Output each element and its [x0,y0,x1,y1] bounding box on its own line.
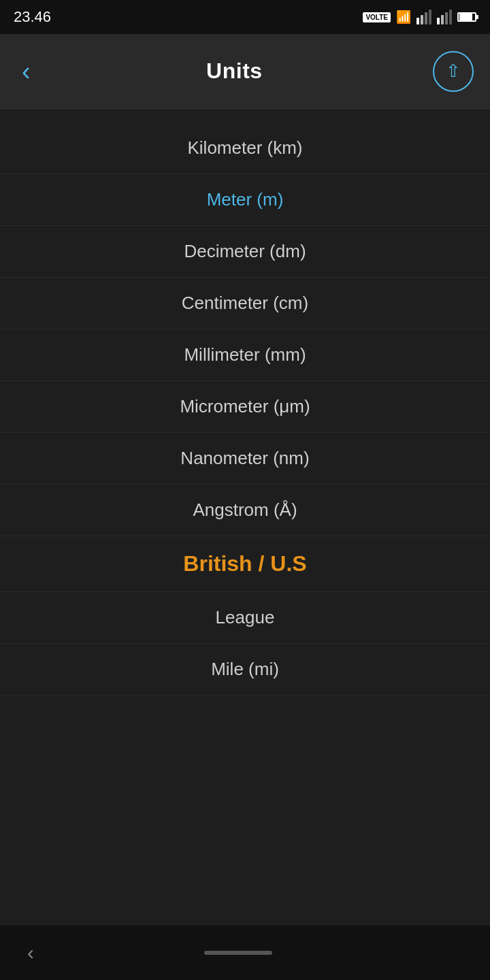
unit-label-decimeter: Decimeter (dm) [184,241,306,262]
wifi-icon: 📶 [396,10,411,24]
unit-item-centimeter[interactable]: Centimeter (cm) [0,278,490,329]
unit-label-kilometer: Kilometer (km) [187,137,302,159]
unit-label-mile: Mile (mi) [211,659,279,680]
unit-item-kilometer[interactable]: Kilometer (km) [0,122,490,174]
battery-icon [457,12,476,22]
unit-item-league[interactable]: League [0,592,490,644]
unit-label-british-us: British / U.S [183,551,306,576]
back-icon: ‹ [22,57,31,86]
svg-rect-2 [425,12,427,24]
signal-icon [416,10,431,24]
page-title: Units [206,59,263,84]
nav-back-button[interactable]: ‹ [27,941,34,964]
svg-rect-4 [437,18,440,24]
unit-item-british-us[interactable]: British / U.S [0,536,490,592]
status-time: 23.46 [14,8,51,26]
signal2-icon [437,10,452,24]
unit-label-angstrom: Angstrom (Å) [193,500,297,521]
home-pill[interactable] [204,951,272,955]
app-bar: ‹ Units ⇧ [0,34,490,109]
svg-rect-1 [421,15,423,24]
unit-item-nanometer[interactable]: Nanometer (nm) [0,433,490,485]
unit-item-micrometer[interactable]: Micrometer (μm) [0,381,490,433]
status-icons: VOLTE 📶 [363,10,476,24]
unit-item-mile[interactable]: Mile (mi) [0,644,490,696]
unit-label-nanometer: Nanometer (nm) [180,448,309,469]
back-button[interactable]: ‹ [16,53,36,90]
unit-item-decimeter[interactable]: Decimeter (dm) [0,226,490,278]
unit-item-meter[interactable]: Meter (m) [0,174,490,226]
svg-rect-3 [429,10,431,24]
upload-button[interactable]: ⇧ [433,51,474,92]
unit-item-millimeter[interactable]: Millimeter (mm) [0,329,490,381]
svg-rect-0 [416,18,419,24]
unit-label-meter: Meter (m) [207,189,284,210]
units-list: Kilometer (km)Meter (m)Decimeter (dm)Cen… [0,109,490,709]
unit-label-micrometer: Micrometer (μm) [180,396,310,417]
unit-label-millimeter: Millimeter (mm) [184,344,306,365]
volte-icon: VOLTE [363,12,391,22]
content-area[interactable]: Kilometer (km)Meter (m)Decimeter (dm)Cen… [0,109,490,926]
svg-rect-5 [441,15,444,24]
upload-icon: ⇧ [446,61,461,82]
bottom-nav: ‹ [0,926,490,980]
svg-rect-7 [449,10,452,24]
unit-label-centimeter: Centimeter (cm) [182,293,308,314]
unit-label-league: League [216,607,275,628]
status-bar: 23.46 VOLTE 📶 [0,0,490,34]
svg-rect-6 [445,12,448,24]
unit-item-angstrom[interactable]: Angstrom (Å) [0,485,490,536]
